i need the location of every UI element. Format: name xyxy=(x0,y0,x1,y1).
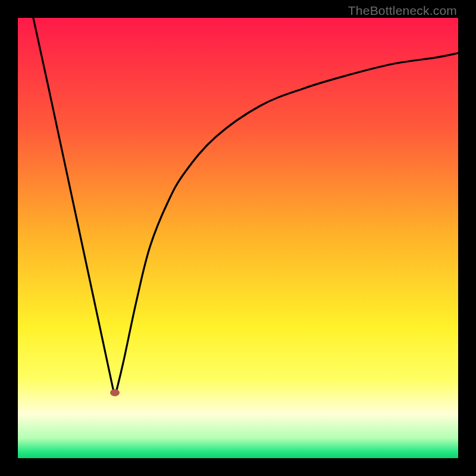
chart-frame xyxy=(18,18,458,458)
watermark-text: TheBottleneck.com xyxy=(348,4,457,18)
minimum-dot xyxy=(110,389,120,396)
bottleneck-curve xyxy=(18,18,458,458)
